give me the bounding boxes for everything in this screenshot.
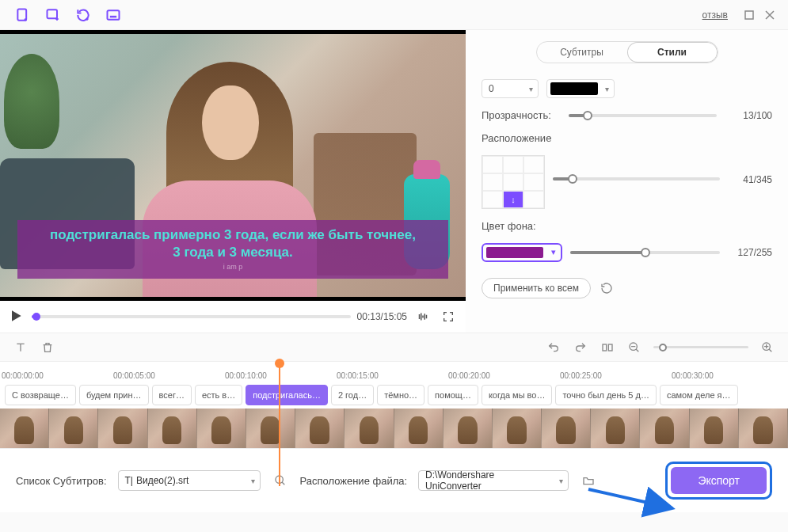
thumbnail-strip[interactable] xyxy=(0,408,788,448)
text-tool-icon[interactable] xyxy=(13,340,29,355)
srt-file-select[interactable]: T|Видео(2).srt xyxy=(118,470,261,491)
zoom-out-icon[interactable] xyxy=(626,340,642,355)
subtitle-line: подстригалась примерно 3 года, если же б… xyxy=(50,227,416,242)
subtitle-clips: С возвраще…будем прин…всег…есть в…подстр… xyxy=(0,382,788,408)
opacity-slider[interactable] xyxy=(569,114,717,117)
add-file-icon[interactable] xyxy=(8,4,38,26)
svg-rect-1 xyxy=(48,10,58,18)
zoom-slider[interactable] xyxy=(653,346,748,348)
maximize-icon[interactable] xyxy=(739,5,759,25)
redo-icon[interactable] xyxy=(573,340,588,355)
player-bar: 00:13/15:05 xyxy=(0,301,466,332)
subtitle-clip[interactable]: помощ… xyxy=(428,385,478,405)
export-highlight: Экспорт xyxy=(665,462,772,500)
subtitle-line: 3 года и 3 месяца. xyxy=(173,245,293,260)
bottom-bar: Список Субтитров: T|Видео(2).srt Располо… xyxy=(0,448,788,512)
caption-icon[interactable] xyxy=(98,4,128,26)
tab-subtitles[interactable]: Субтитры xyxy=(537,42,627,63)
ruler-tick: 00:00:00:00 xyxy=(2,371,113,382)
bgcolor-select[interactable] xyxy=(482,243,562,262)
playhead[interactable] xyxy=(279,362,280,486)
subtitle-clip[interactable]: есть в… xyxy=(195,385,242,405)
position-grid[interactable]: ↓ xyxy=(482,155,545,209)
reload-icon[interactable] xyxy=(68,4,98,26)
subtitle-list-label: Список Субтитров: xyxy=(16,475,107,487)
svg-rect-3 xyxy=(110,15,116,17)
output-path-select[interactable]: D:\Wondershare UniConverter xyxy=(418,470,569,491)
bgcolor-value: 127/255 xyxy=(728,247,772,258)
waveform-icon[interactable] xyxy=(413,307,432,326)
subtitle-clip[interactable]: когда мы во… xyxy=(482,385,553,405)
delete-icon[interactable] xyxy=(40,340,55,355)
timeline-ruler[interactable]: 00:00:00:00 00:00:05:00 00:00:10:00 00:0… xyxy=(0,361,788,382)
close-icon[interactable] xyxy=(759,5,780,25)
add-media-icon[interactable] xyxy=(38,4,68,26)
apply-all-button[interactable]: Применить ко всем xyxy=(482,278,591,298)
play-button[interactable] xyxy=(8,308,25,325)
bgcolor-slider[interactable] xyxy=(570,251,720,254)
opacity-label: Прозрачность: xyxy=(482,109,558,121)
outline-width-select[interactable]: 0 xyxy=(482,79,539,98)
subtitle-overlay: подстригалась примерно 3 года, если же б… xyxy=(17,220,448,279)
subtitle-clip[interactable]: подстригалась… xyxy=(246,385,328,405)
subtitle-clip[interactable]: 2 год… xyxy=(331,385,374,405)
subtitle-clip[interactable]: точно был день 5 д… xyxy=(555,385,656,405)
main-area: подстригалась примерно 3 года, если же б… xyxy=(0,30,788,332)
ruler-tick: 00:00:25:00 xyxy=(560,371,672,382)
position-value: 41/345 xyxy=(728,174,772,185)
export-button[interactable]: Экспорт xyxy=(671,467,767,494)
split-icon[interactable] xyxy=(600,340,615,355)
tab-styles[interactable]: Стили xyxy=(627,42,718,63)
bgcolor-label: Цвет фона: xyxy=(482,220,772,232)
reset-icon[interactable] xyxy=(599,280,615,296)
svg-rect-2 xyxy=(108,10,120,20)
ruler-tick: 00:00:10:00 xyxy=(225,371,337,382)
undo-icon[interactable] xyxy=(546,340,561,355)
position-slider[interactable] xyxy=(553,177,720,180)
svg-rect-5 xyxy=(603,344,607,351)
opacity-value: 13/100 xyxy=(728,110,772,121)
subtitle-clip[interactable]: всег… xyxy=(152,385,192,405)
subtitle-clip[interactable]: самом деле я… xyxy=(660,385,738,405)
app-header: отзыв xyxy=(0,0,788,30)
zoom-in-icon[interactable] xyxy=(759,340,775,355)
folder-icon[interactable] xyxy=(580,472,597,489)
path-label: Расположение файла: xyxy=(300,475,408,487)
timeline-tools xyxy=(0,332,788,361)
outline-color-select[interactable] xyxy=(546,79,615,98)
watermark-text: i am p xyxy=(25,263,440,272)
svg-rect-4 xyxy=(745,11,753,19)
subtitle-clip[interactable]: будем прин… xyxy=(79,385,149,405)
position-bottom-center[interactable]: ↓ xyxy=(503,191,523,208)
ruler-tick: 00:00:15:00 xyxy=(337,371,448,382)
review-link[interactable]: отзыв xyxy=(702,10,728,21)
fullscreen-icon[interactable] xyxy=(439,307,458,326)
ruler-tick: 00:00:30:00 xyxy=(672,371,783,382)
ruler-tick: 00:00:20:00 xyxy=(448,371,560,382)
progress-track[interactable] xyxy=(32,315,351,318)
video-pane: подстригалась примерно 3 года, если же б… xyxy=(0,30,466,332)
subtitle-clip[interactable]: С возвраще… xyxy=(5,385,76,405)
video-preview[interactable]: подстригалась примерно 3 года, если же б… xyxy=(0,30,466,301)
svg-rect-6 xyxy=(608,344,612,351)
ruler-tick: 00:00:05:00 xyxy=(113,371,225,382)
time-display: 00:13/15:05 xyxy=(357,311,407,322)
tab-switcher: Субтитры Стили xyxy=(536,41,718,63)
subtitle-clip[interactable]: тёмно… xyxy=(377,385,424,405)
position-label: Расположение xyxy=(482,132,772,144)
style-panel: Субтитры Стили 0 Прозрачность: 13/100 Ра… xyxy=(466,30,788,332)
opacity-row: Прозрачность: 13/100 xyxy=(482,109,772,121)
